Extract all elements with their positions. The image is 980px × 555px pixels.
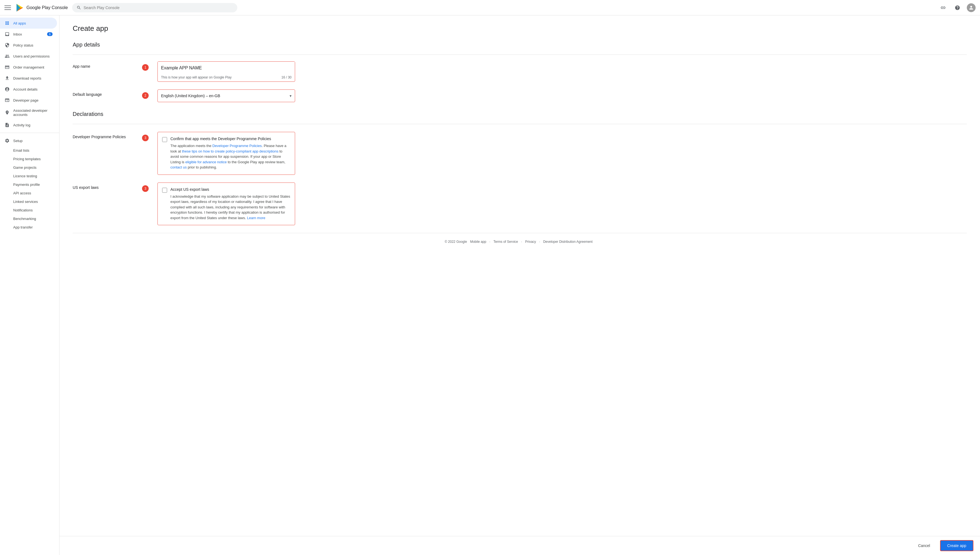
dev-programme-card: Confirm that app meets the Developer Pro…: [157, 132, 295, 175]
step-number-3a: 3: [142, 135, 149, 141]
sidebar-item-download-reports[interactable]: Download reports: [0, 73, 57, 84]
us-export-control: Accept US export laws I acknowledge that…: [157, 183, 295, 226]
step-number-1: 1: [142, 64, 149, 71]
account-details-label: Account details: [13, 87, 37, 91]
dev-programme-desc: The application meets the Developer Prog…: [170, 143, 290, 170]
dev-programme-checkbox-label: Confirm that app meets the Developer Pro…: [170, 136, 290, 141]
policy-status-label: Policy status: [13, 43, 33, 47]
dev-programme-link-2[interactable]: these tips on how to create policy-compl…: [182, 149, 278, 153]
help-icon-button[interactable]: [953, 3, 962, 13]
logo-area: Google Play Console: [15, 3, 68, 12]
order-management-icon: [5, 64, 10, 70]
sidebar-item-setup[interactable]: Setup: [0, 135, 57, 146]
sidebar-item-developer-page[interactable]: Developer page: [0, 95, 57, 106]
footer-copyright: © 2022 Google: [444, 240, 467, 244]
sidebar-item-all-apps[interactable]: All apps: [0, 18, 57, 29]
activity-log-label: Activity log: [13, 123, 30, 127]
page-footer: © 2022 Google Mobile app · Terms of Serv…: [73, 233, 967, 250]
sidebar-item-account-details[interactable]: Account details: [0, 84, 57, 95]
step-number-3b: 3: [142, 185, 149, 192]
dev-programme-link-1[interactable]: Developer Programme Policies: [212, 144, 261, 148]
search-icon: [77, 5, 81, 10]
sidebar-item-associated-accounts[interactable]: Associated developer accounts: [0, 106, 57, 119]
create-app-button[interactable]: Create app: [940, 540, 974, 551]
avatar[interactable]: [967, 3, 975, 12]
link-icon-button[interactable]: [938, 3, 948, 13]
benchmarking-label: Benchmarking: [13, 217, 36, 221]
app-name-control: This is how your app will appear on Goog…: [157, 61, 295, 82]
sidebar-item-inbox[interactable]: Inbox 6: [0, 29, 57, 40]
inbox-badge: 6: [47, 32, 53, 36]
api-access-label: API access: [13, 191, 31, 195]
us-export-row: US export laws 3 Accept US export laws I…: [73, 183, 967, 226]
setup-label: Setup: [13, 139, 22, 143]
sidebar-item-pricing-templates[interactable]: Pricing templates: [0, 155, 59, 163]
download-reports-icon: [5, 75, 10, 81]
default-language-row: Default language 2 English (United Kingd…: [73, 90, 967, 102]
sidebar-item-linked-services[interactable]: Linked services: [0, 197, 59, 206]
dev-programme-checkbox[interactable]: [162, 137, 167, 142]
us-export-label: US export laws: [73, 183, 133, 190]
app-details-section-title: App details: [73, 42, 967, 48]
learn-more-link[interactable]: Learn more: [247, 216, 265, 220]
sidebar-item-email-lists[interactable]: Email lists: [0, 146, 59, 155]
action-bar: Cancel Create app: [59, 536, 980, 555]
search-bar[interactable]: [72, 3, 237, 12]
hamburger-icon[interactable]: [5, 5, 11, 11]
language-select[interactable]: English (United Kingdom) – en-GB English…: [158, 90, 295, 102]
sidebar-item-order-management[interactable]: Order management: [0, 62, 57, 73]
us-export-content: Accept US export laws I acknowledge that…: [170, 187, 290, 221]
app-name-input[interactable]: [158, 62, 295, 74]
search-input[interactable]: [84, 5, 233, 10]
pricing-templates-label: Pricing templates: [13, 157, 41, 161]
developer-page-icon: [5, 98, 10, 103]
app-shell: Google Play Console All app: [0, 0, 980, 555]
all-apps-icon: [5, 20, 10, 26]
sidebar-item-policy-status[interactable]: Policy status: [0, 40, 57, 51]
us-export-checkbox-label: Accept US export laws: [170, 187, 290, 192]
inbox-icon: [5, 31, 10, 37]
declarations-section-title: Declarations: [73, 111, 967, 117]
dev-programme-content: Confirm that app meets the Developer Pro…: [170, 136, 290, 170]
declarations-section: Declarations Developer Programme Policie…: [73, 111, 967, 225]
sidebar-item-notifications[interactable]: Notifications: [0, 206, 59, 215]
sidebar-item-game-projects[interactable]: Game projects: [0, 163, 59, 172]
setup-icon: [5, 138, 10, 143]
associated-accounts-label: Associated developer accounts: [13, 109, 53, 117]
us-export-desc: I acknowledge that my software applicati…: [170, 194, 290, 221]
main-area: All apps Inbox 6 Policy status Users: [0, 15, 980, 555]
app-name-input-wrapper: This is how your app will appear on Goog…: [157, 61, 295, 82]
sidebar-item-benchmarking[interactable]: Benchmarking: [0, 215, 59, 223]
payments-profile-label: Payments profile: [13, 183, 40, 187]
dev-programme-text-4: to the Google Play app review team,: [227, 160, 285, 164]
sidebar-divider: [0, 133, 59, 133]
footer-privacy[interactable]: Privacy: [525, 240, 536, 244]
sidebar-item-activity-log[interactable]: Activity log: [0, 119, 57, 130]
users-permissions-label: Users and permissions: [13, 54, 50, 58]
all-apps-label: All apps: [13, 21, 26, 25]
game-projects-label: Game projects: [13, 165, 37, 170]
footer-distribution[interactable]: Developer Distribution Agreement: [543, 240, 592, 244]
us-export-checkbox[interactable]: [162, 188, 167, 193]
google-play-logo-icon: [15, 3, 24, 12]
sidebar-item-users-permissions[interactable]: Users and permissions: [0, 51, 57, 62]
section-divider-1: [73, 55, 967, 55]
dev-programme-label: Developer Programme Policies: [73, 132, 133, 139]
cancel-button[interactable]: Cancel: [911, 541, 937, 550]
app-name-row: App name 1 This is how your app will app…: [73, 61, 967, 82]
language-select-wrapper: English (United Kingdom) – en-GB English…: [157, 90, 295, 102]
dev-programme-link-3[interactable]: eligible for advance notice: [185, 160, 226, 164]
sidebar-item-licence-testing[interactable]: Licence testing: [0, 172, 59, 180]
dev-programme-link-4[interactable]: contact us: [170, 165, 187, 169]
sidebar-item-payments-profile[interactable]: Payments profile: [0, 180, 59, 189]
footer-mobile-app[interactable]: Mobile app: [470, 240, 486, 244]
policy-status-icon: [5, 42, 10, 48]
footer-terms[interactable]: Terms of Service: [493, 240, 518, 244]
associated-accounts-icon: [5, 110, 10, 115]
sidebar-item-api-access[interactable]: API access: [0, 189, 59, 197]
top-bar: Google Play Console: [0, 0, 980, 15]
logo-text: Google Play Console: [26, 5, 68, 10]
sidebar-item-app-transfer[interactable]: App transfer: [0, 223, 59, 231]
app-name-hint-row: This is how your app will appear on Goog…: [158, 74, 295, 82]
notifications-label: Notifications: [13, 208, 33, 212]
